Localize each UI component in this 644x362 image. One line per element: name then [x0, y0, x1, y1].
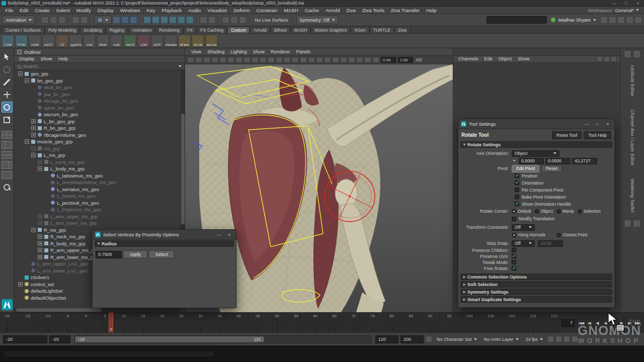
open-scene-icon[interactable] [50, 16, 57, 24]
checkbox[interactable] [515, 195, 519, 199]
labeled-checkbox-row[interactable]: Preserve UVs: [459, 253, 611, 259]
numeric-input-field[interactable] [487, 16, 547, 24]
step-forward-key-button[interactable]: ▶| [625, 319, 633, 327]
menu-item[interactable]: Modify [73, 7, 94, 14]
collapsed-section-header[interactable]: Common Selection Options [460, 274, 612, 280]
transform-constraint-dropdown[interactable]: Off [512, 224, 535, 231]
shelf-tab[interactable]: XGen [351, 27, 369, 33]
play-backwards-button[interactable]: ◀ [601, 319, 609, 327]
shelf-tab[interactable]: Rigging [106, 27, 128, 33]
shelf-button[interactable]: zOFF [151, 35, 164, 47]
expand-toggle[interactable]: + [38, 214, 42, 219]
window-titlebar[interactable]: Tool Settings — □ × [458, 119, 614, 129]
panel-options-icon[interactable] [633, 50, 640, 58]
lock-camera-icon[interactable] [195, 57, 202, 63]
checkbox-row[interactable]: Pin Component Pivot [515, 187, 611, 193]
expand-toggle[interactable]: + [38, 241, 42, 246]
outliner-node[interactable]: + L_bn_geo_grp [14, 118, 181, 125]
viewport-menu-item[interactable]: Renderer [268, 48, 293, 56]
construction-history-icon[interactable] [200, 16, 207, 24]
gate-mask-icon[interactable] [268, 57, 275, 63]
menu-set-dropdown[interactable]: Animation [2, 16, 35, 24]
anim-preferences-icon[interactable] [572, 336, 578, 342]
animation-end-field[interactable]: 200 [400, 335, 424, 343]
shelf-button[interactable]: PYW [15, 35, 28, 47]
lights-mode-icon[interactable] [324, 57, 331, 63]
menu-item[interactable]: Ziva Tools [359, 7, 387, 14]
shelf-tab[interactable]: Sculpting [80, 27, 105, 33]
shelf-button[interactable]: CVW [2, 35, 14, 47]
fps-dropdown[interactable]: 24 fps [523, 337, 546, 342]
search-filter-arrow-icon[interactable] [179, 65, 182, 67]
volume-icon[interactable] [555, 336, 562, 342]
step-snap-dropdown[interactable]: Off [512, 240, 535, 247]
menu-item[interactable]: Key [143, 7, 158, 14]
outliner-node[interactable]: − bn_geo_grp [14, 77, 181, 84]
outliner-hscroll-thumb[interactable] [16, 308, 102, 312]
shelf-button[interactable]: HSW [29, 35, 41, 47]
current-frame-marker[interactable]: 7 [109, 313, 113, 333]
rotate-settings-section-header[interactable]: Rotate Settings [460, 141, 612, 148]
isolate-select-icon[interactable] [364, 57, 371, 63]
channel-layers-icon[interactable] [597, 56, 603, 62]
radius-input[interactable]: 0.7500 [96, 251, 122, 258]
expand-toggle[interactable]: − [31, 228, 36, 232]
step-forward-frame-button[interactable]: |▶ [617, 319, 625, 327]
snap-grid-icon[interactable] [143, 16, 151, 24]
shelf-button[interactable]: zON [137, 35, 150, 47]
outliner-node[interactable]: − ms_grp [14, 145, 181, 152]
magnifier-icon[interactable] [3, 184, 11, 192]
menu-item[interactable]: MASH [281, 7, 301, 14]
menu-item[interactable]: File [2, 7, 17, 14]
expand-toggle[interactable]: + [38, 248, 42, 252]
outliner-node[interactable]: + L_arm_upper_ms_grp [14, 213, 181, 220]
maximize-button[interactable]: □ [593, 121, 601, 128]
close-button[interactable]: × [633, 1, 642, 6]
save-scene-icon[interactable] [58, 16, 66, 24]
make-live-icon[interactable] [186, 16, 194, 24]
snap-point-icon[interactable] [160, 16, 168, 24]
checkbox[interactable] [512, 260, 516, 264]
checkbox[interactable] [512, 254, 516, 258]
expand-toggle[interactable]: − [25, 78, 29, 83]
outliner-header[interactable]: Outliner [14, 48, 185, 56]
radio-button[interactable] [556, 233, 561, 237]
xray-icon[interactable] [372, 57, 379, 63]
time-slider[interactable]: -20-15-10-505101520253035404550556065707… [0, 312, 644, 332]
outliner-node[interactable]: − L_ms_grp [14, 152, 181, 159]
outliner-node[interactable]: + R_bn_geo_grp [14, 125, 181, 132]
loop-playback-icon[interactable] [547, 336, 554, 342]
outliner-hscroll-track[interactable] [14, 308, 181, 312]
shelf-tab[interactable]: MASH [291, 27, 310, 33]
viewport-menu-item[interactable]: Lighting [227, 48, 250, 56]
shelf-tab[interactable]: Motion Graphics [311, 27, 350, 33]
shelf-tab[interactable]: Curves / Surfaces [2, 27, 44, 33]
undo-icon[interactable] [72, 16, 79, 24]
shelf-button[interactable]: slFiber [178, 35, 191, 47]
expand-toggle[interactable]: − [31, 146, 36, 151]
step-back-frame-button[interactable]: ◀| [593, 319, 601, 327]
menu-item[interactable]: Audio [185, 7, 204, 14]
reset-tool-button[interactable]: Reset Tool [552, 131, 582, 139]
minimize-button[interactable]: — [610, 1, 619, 6]
shelf-tab[interactable]: FX [184, 27, 196, 33]
tool-help-button[interactable]: Tool Help [584, 131, 611, 139]
axis-orientation-dropdown[interactable]: Object [512, 150, 559, 157]
gamma-field[interactable]: 1.00 [398, 57, 413, 63]
close-button[interactable]: × [604, 121, 612, 128]
expand-toggle[interactable]: − [18, 71, 23, 76]
render-settings-icon[interactable] [239, 16, 247, 24]
shelf-tab[interactable]: FX Caching [197, 27, 227, 33]
expand-toggle[interactable]: − [31, 153, 36, 157]
checkbox[interactable] [515, 173, 519, 178]
shelf-button[interactable]: mirLR [124, 35, 136, 47]
minimize-button[interactable]: — [583, 121, 591, 128]
wireframe-mode-icon[interactable] [300, 57, 307, 63]
sidebar-tab[interactable]: Attribute Editor [629, 62, 636, 100]
constraint-normal-option[interactable]: Closest Point [556, 232, 587, 237]
snap-projected-center-icon[interactable] [169, 16, 177, 24]
minimize-button[interactable]: — [215, 231, 223, 238]
field-chart-icon[interactable] [276, 57, 283, 63]
move-tool[interactable] [2, 89, 13, 100]
channel-manip-icon[interactable] [611, 56, 617, 62]
